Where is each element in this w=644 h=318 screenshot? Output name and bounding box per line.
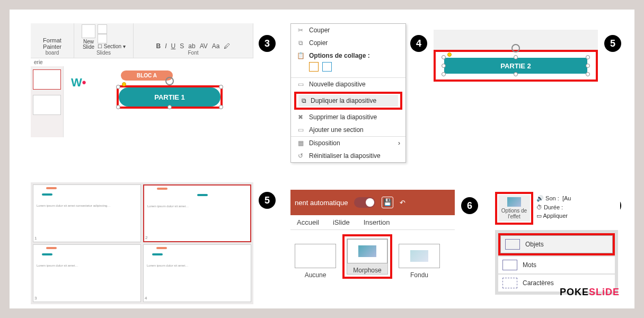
sound-label: 🔊 Son : [Au	[536, 195, 571, 202]
option-objects[interactable]: Objets	[500, 235, 613, 253]
panel-6-transitions: nent automatique 💾 ↶ Accueil iSlide Inse…	[290, 190, 455, 275]
menu-duplicate-highlight: ⧉Dupliquer la diapositive	[294, 92, 402, 110]
partie1-selection-highlight: PARTIE 1	[117, 85, 223, 109]
partie2-text: PARTIE 2	[500, 62, 531, 70]
handle-icon[interactable]	[514, 55, 518, 59]
spacing-button[interactable]: AV	[200, 42, 208, 50]
handle-icon[interactable]	[116, 85, 120, 89]
format-painter-button[interactable]: Format Painter	[34, 37, 70, 50]
slide-edit-canvas[interactable]: W• BLOC A PARTIE 1	[64, 66, 253, 137]
autosave-toggle[interactable]	[354, 197, 375, 208]
menu-add-section[interactable]: ▭Ajouter une section	[291, 123, 405, 136]
option-words[interactable]: Mots	[498, 257, 615, 273]
menu-layout[interactable]: ▦Disposition›	[291, 136, 405, 149]
undo-icon[interactable]: ↶	[400, 199, 405, 207]
slides-group-label: Slides	[96, 50, 111, 56]
reset-icon[interactable]	[98, 34, 107, 43]
autosave-label: nent automatique	[295, 199, 348, 207]
transition-fade[interactable]: Fondu	[399, 244, 440, 279]
step-badge-3: 3	[259, 35, 276, 52]
ribbon-tabs: Accueil iSlide Insertion	[290, 215, 455, 230]
layout-icon[interactable]	[98, 24, 107, 34]
tab-accueil[interactable]: Accueil	[297, 218, 319, 226]
sorter-slide-2[interactable]: Lorem ipsum dolor sit amet… 2	[143, 184, 251, 242]
panel-left-label: erie	[31, 58, 253, 66]
paste-options-row	[291, 62, 405, 77]
layout-icon: ▦	[296, 139, 305, 147]
effect-options-dropdown: Objets Mots Caractères	[495, 230, 618, 295]
sorter-slide-1[interactable]: Lorem ipsum dolor sit amet consectetur a…	[33, 184, 141, 242]
effect-options-button-highlight: Options de l'effet	[495, 192, 533, 225]
panel-5-top: PARTIE 2	[434, 30, 598, 82]
handle-icon[interactable]	[586, 64, 590, 68]
bloc-a-shape[interactable]: BLOC A	[121, 70, 173, 81]
partie2-shape[interactable]: PARTIE 2	[444, 58, 587, 74]
chevron-right-icon: ›	[398, 139, 400, 147]
step-badge-4: 4	[410, 35, 427, 52]
save-icon[interactable]: 💾	[382, 197, 393, 208]
partie1-text: PARTIE 1	[154, 93, 185, 101]
shadow-button[interactable]: S	[180, 42, 184, 50]
fade-icon	[410, 250, 428, 262]
font-group-label: Font	[188, 50, 198, 56]
adjust-handle-icon[interactable]	[447, 52, 452, 57]
slide-thumbnail-panel	[31, 66, 64, 137]
duplicate-icon: ⧉	[302, 97, 306, 104]
step-badge-5-bottom: 5	[259, 192, 276, 209]
new-slide-icon: ▭	[296, 81, 305, 88]
bold-button[interactable]: B	[156, 42, 161, 50]
sorter-slide-4[interactable]: Lorem ipsum dolor sit amet… 4	[143, 244, 251, 302]
rotate-handle-icon[interactable]	[165, 77, 174, 85]
menu-reset-slide[interactable]: ↺Réinitialiser la diapositive	[291, 149, 405, 162]
paste-keep-format-icon[interactable]	[309, 62, 319, 72]
slide-thumbnail-2[interactable]	[33, 95, 61, 115]
menu-new-slide[interactable]: ▭Nouvelle diapositive	[291, 77, 405, 91]
menu-duplicate-slide[interactable]: ⧉Dupliquer la diapositive	[298, 95, 398, 107]
sorter-slide-3[interactable]: Lorem ipsum dolor sit amet… 3	[33, 244, 141, 302]
slide-sorter: Lorem ipsum dolor sit amet consectetur a…	[31, 182, 253, 304]
slide-thumbnail-1[interactable]	[33, 69, 61, 90]
apply-all-button[interactable]: ▭ Appliquer	[536, 213, 571, 219]
menu-copy[interactable]: ⧉Copier	[291, 37, 405, 49]
handle-icon[interactable]	[586, 55, 590, 59]
partie1-shape[interactable]: PARTIE 1	[119, 87, 220, 107]
copy-icon: ⧉	[296, 39, 305, 47]
case-button[interactable]: Aa	[212, 42, 220, 50]
handle-icon[interactable]	[116, 105, 120, 109]
effect-options-button[interactable]: Options de l'effet	[498, 195, 530, 222]
handle-icon[interactable]	[442, 55, 446, 59]
logo: W•	[71, 76, 86, 90]
font-toolbar: B I U S ab AV Aa 🖊	[156, 42, 231, 50]
adjust-handle-icon[interactable]	[122, 82, 126, 86]
handle-icon[interactable]	[442, 64, 446, 68]
handle-icon[interactable]	[514, 72, 518, 76]
underline-button[interactable]: U	[171, 42, 176, 50]
menu-delete-slide[interactable]: ✖Supprimer la diapositive	[291, 111, 405, 123]
handle-icon[interactable]	[219, 105, 223, 109]
option-objects-highlight: Objets	[498, 233, 615, 255]
transition-morph[interactable]: Morphose	[347, 238, 388, 275]
ribbon: Format Painter board New Slide ☐ Section…	[31, 23, 253, 58]
italic-button[interactable]: I	[165, 42, 166, 50]
title-bar: nent automatique 💾 ↶	[290, 190, 455, 215]
paste-picture-icon[interactable]	[322, 62, 332, 72]
new-slide-button[interactable]	[82, 24, 95, 38]
reset-icon: ↺	[296, 152, 305, 160]
rotate-handle-icon[interactable]	[511, 44, 520, 52]
handle-icon[interactable]	[586, 72, 590, 76]
words-icon	[502, 260, 517, 270]
highlight-button[interactable]: 🖊	[224, 42, 230, 50]
menu-cut[interactable]: ✂Couper	[291, 24, 405, 37]
tab-insertion[interactable]: Insertion	[364, 218, 390, 226]
new-slide-label: New Slide	[82, 39, 95, 50]
handle-icon[interactable]	[442, 72, 446, 76]
section-icon: ▭	[296, 126, 305, 134]
duration-label: ⏱ Durée :	[536, 204, 571, 210]
tab-islide[interactable]: iSlide	[333, 218, 350, 226]
section-button[interactable]: ☐ Section ▾	[98, 43, 126, 49]
transition-none[interactable]: Aucune	[295, 244, 336, 279]
handle-icon[interactable]	[219, 85, 223, 89]
strike-button[interactable]: ab	[188, 42, 195, 50]
handle-icon[interactable]	[167, 105, 172, 109]
effect-options-icon	[507, 197, 521, 207]
